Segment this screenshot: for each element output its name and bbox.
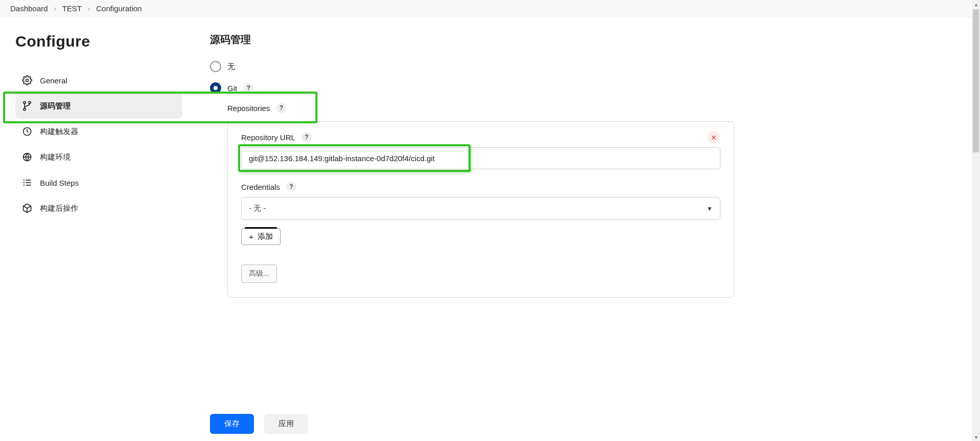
chevron-down-icon: ▼ <box>707 205 713 212</box>
steps-icon <box>22 177 33 188</box>
radio-none-label: 无 <box>227 62 235 72</box>
sidebar-item-label: 构建环境 <box>40 152 71 162</box>
scrollbar[interactable]: ▴ ▾ <box>972 0 980 359</box>
sidebar-item-scm[interactable]: 源码管理 <box>15 93 182 119</box>
radio-git[interactable] <box>210 82 221 94</box>
svg-point-2 <box>29 101 31 103</box>
radio-none[interactable] <box>210 61 221 72</box>
breadcrumb-dashboard[interactable]: Dashboard <box>10 4 48 13</box>
scrollbar-thumb[interactable] <box>973 9 979 152</box>
advanced-button[interactable]: 高级... <box>241 264 277 283</box>
main-content: 源码管理 无 Git ? Repositories ? ✕ <box>195 17 980 359</box>
package-icon <box>22 203 33 214</box>
clock-icon <box>22 126 33 137</box>
scroll-up-icon[interactable]: ▴ <box>972 0 980 8</box>
breadcrumb-configuration[interactable]: Configuration <box>96 4 142 13</box>
repositories-label: Repositories <box>227 104 270 113</box>
sidebar-item-general[interactable]: General <box>15 68 182 93</box>
repository-card: ✕ Repository URL ? Credentials ? <box>227 121 734 298</box>
repo-url-label: Repository URL <box>241 133 295 142</box>
close-icon: ✕ <box>711 134 717 142</box>
svg-point-1 <box>24 101 26 103</box>
page-title: Configure <box>15 33 182 50</box>
breadcrumb-test[interactable]: TEST <box>62 4 81 13</box>
sidebar-item-label: General <box>40 76 67 85</box>
scm-git-row[interactable]: Git ? <box>210 82 960 94</box>
sidebar-item-environment[interactable]: 构建环境 <box>15 144 182 170</box>
sidebar-item-label: Build Steps <box>40 179 79 187</box>
chevron-right-icon: › <box>54 5 56 12</box>
credentials-value: - 无 - <box>249 204 266 213</box>
help-icon[interactable]: ? <box>286 182 296 192</box>
section-heading: 源码管理 <box>210 33 960 47</box>
sidebar-item-label: 构建触发器 <box>40 127 78 137</box>
branch-icon <box>22 100 33 112</box>
sidebar-item-build-steps[interactable]: Build Steps <box>15 170 182 195</box>
sidebar-item-label: 源码管理 <box>40 101 71 111</box>
sidebar: Configure General 源码管理 构建触发器 <box>0 17 195 359</box>
svg-point-3 <box>24 108 26 111</box>
sidebar-item-label: 构建后操作 <box>40 204 78 213</box>
radio-git-label: Git <box>227 84 237 93</box>
sidebar-item-postbuild[interactable]: 构建后操作 <box>15 195 182 221</box>
repo-url-input[interactable] <box>241 147 720 169</box>
help-icon[interactable]: ? <box>243 83 253 93</box>
help-icon[interactable]: ? <box>276 103 286 113</box>
scm-none-row[interactable]: 无 <box>210 61 960 72</box>
credentials-label: Credentials <box>241 183 280 191</box>
help-icon[interactable]: ? <box>302 132 312 142</box>
globe-icon <box>22 151 33 163</box>
remove-repo-button[interactable]: ✕ <box>707 131 720 144</box>
sidebar-item-triggers[interactable]: 构建触发器 <box>15 119 182 144</box>
svg-point-0 <box>26 79 29 82</box>
chevron-right-icon: › <box>88 5 90 12</box>
add-credentials-button[interactable]: + 添加 <box>241 228 281 245</box>
credentials-select[interactable]: - 无 - ▼ <box>241 197 720 220</box>
plus-icon: + <box>249 232 253 241</box>
add-label: 添加 <box>258 232 273 241</box>
breadcrumb: Dashboard › TEST › Configuration <box>0 0 980 17</box>
gear-icon <box>22 75 33 86</box>
